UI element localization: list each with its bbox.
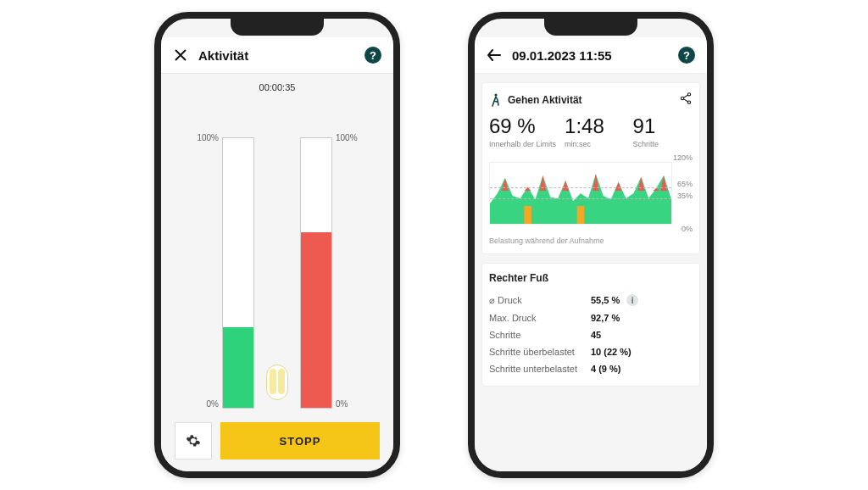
stat-value: 69 %	[489, 116, 556, 136]
left-foot-bar	[222, 137, 254, 409]
target-band	[490, 187, 671, 199]
help-icon[interactable]: ?	[364, 47, 381, 64]
value: 4 (9 %)	[591, 364, 620, 374]
phone-detail: 09.01.2023 11:55 ? Gehen Aktivität 69 % …	[468, 12, 714, 478]
row-max-druck: Max. Druck 92,7 %	[489, 309, 693, 326]
help-icon[interactable]: ?	[678, 47, 695, 64]
axis-label: 100%	[336, 133, 358, 142]
bar-chart: 100% 0% 100% 0%	[175, 97, 380, 417]
stat-value: 91	[633, 116, 693, 136]
value: 10 (22 %)	[591, 347, 632, 357]
svg-rect-4	[524, 206, 531, 224]
row-unterbelastet: Schritte unterbelastet 4 (9 %)	[489, 360, 693, 377]
label: Schritte	[489, 330, 591, 340]
row-schritte: Schritte 45	[489, 326, 693, 343]
timer: 00:00:35	[175, 82, 380, 92]
stat-steps: 91 Schritte	[633, 116, 693, 148]
share-icon	[679, 92, 693, 105]
page-title: 09.01.2023 11:55	[512, 48, 612, 63]
foot-right-icon	[278, 369, 285, 394]
stat-duration: 1:48 min:sec	[565, 116, 624, 148]
axis-label: 35%	[677, 192, 693, 200]
svg-rect-5	[577, 206, 585, 224]
axis-label: 120%	[673, 153, 693, 162]
axis-label: 100%	[197, 133, 219, 142]
info-icon[interactable]: i	[626, 294, 638, 306]
stat-label: Innerhalb der Limits	[489, 140, 556, 148]
label: Max. Druck	[489, 313, 591, 323]
axis-label: 0%	[336, 399, 348, 409]
feet-icon	[266, 365, 288, 400]
chart-caption: Belastung während der Aufnahme	[489, 237, 693, 245]
row-druck: ⌀ Druck 55,5 % i	[489, 291, 693, 309]
axis-label: 0%	[682, 225, 693, 233]
bar-fill-left	[223, 327, 253, 408]
right-foot-bar	[300, 137, 332, 409]
stat-within-limits: 69 % Innerhalb der Limits	[489, 116, 556, 148]
gear-icon	[186, 433, 201, 448]
value: 55,5 %	[591, 295, 620, 305]
close-icon[interactable]	[173, 49, 188, 61]
stat-value: 1:48	[565, 116, 624, 136]
value: 45	[591, 330, 601, 340]
foot-data-card: Rechter Fuß ⌀ Druck 55,5 % i Max. Druck …	[481, 263, 700, 387]
load-chart: 120% 65% 35% 0%	[489, 155, 693, 231]
row-ueberbelastet: Schritte überbelastet 10 (22 %)	[489, 343, 693, 360]
axis-label: 65%	[677, 180, 693, 188]
value: 92,7 %	[591, 313, 620, 323]
stop-button[interactable]: STOPP	[220, 422, 380, 459]
share-button[interactable]	[679, 92, 693, 108]
axis-label: 0%	[207, 399, 219, 409]
page-title: Aktivität	[198, 48, 248, 63]
stat-label: min:sec	[565, 140, 624, 148]
bar-fill-right	[301, 232, 331, 408]
section-title: Rechter Fuß	[489, 272, 693, 284]
phone-activity: Aktivität ? 00:00:35 100% 0%	[154, 12, 400, 478]
label: ⌀ Druck	[489, 295, 591, 306]
label: Schritte unterbelastet	[489, 364, 591, 374]
stat-label: Schritte	[633, 140, 693, 148]
header: 09.01.2023 11:55 ?	[475, 37, 707, 73]
svg-point-0	[494, 93, 497, 96]
label: Schritte überbelastet	[489, 347, 591, 357]
back-icon[interactable]	[487, 49, 502, 61]
walk-icon	[489, 93, 501, 107]
header: Aktivität ?	[161, 37, 393, 73]
settings-button[interactable]	[175, 422, 212, 459]
foot-left-icon	[270, 369, 276, 394]
activity-type: Gehen Aktivität	[508, 94, 582, 106]
summary-card: Gehen Aktivität 69 % Innerhalb der Limit…	[481, 82, 700, 254]
